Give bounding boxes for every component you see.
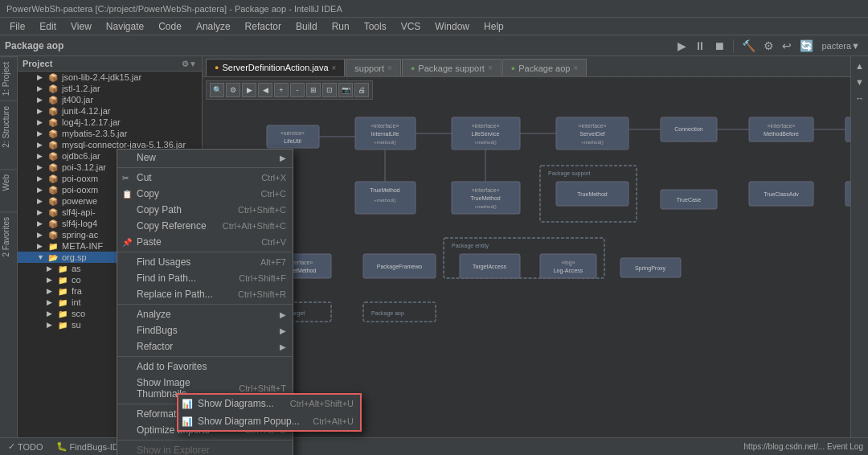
jar-icon: 📦: [47, 208, 59, 217]
menu-vcs[interactable]: VCS: [395, 19, 428, 34]
ctx-replace-in-path[interactable]: Replace in Path... Ctrl+Shift+R: [117, 286, 293, 302]
ctx-arrow-new: ▶: [280, 154, 286, 162]
tab-close-3[interactable]: ×: [573, 64, 578, 72]
svg-text:MethodBefore: MethodBefore: [764, 131, 799, 137]
ctx-sep-1: [117, 167, 293, 168]
tree-item-junit[interactable]: ▶ 📦 junit-4.12.jar: [18, 105, 202, 117]
menu-code[interactable]: Code: [152, 19, 188, 34]
submenu-show-diagram-popup[interactable]: 📊 Show Diagram Popup... Ctrl+Alt+U: [178, 412, 360, 430]
svg-text:SpringProxy: SpringProxy: [635, 265, 666, 272]
tab-support[interactable]: support ×: [346, 59, 401, 76]
folder-icon: 📁: [56, 309, 69, 318]
tab-package-support[interactable]: ● Package support ×: [402, 59, 502, 76]
tab-package-aop[interactable]: ● Package aop ×: [502, 59, 588, 76]
tree-item-log4j[interactable]: ▶ 📦 log4j-1.2.17.jar: [18, 117, 202, 128]
ctx-add-favorites[interactable]: Add to Favorites: [117, 359, 293, 375]
jar-icon: 📦: [47, 129, 59, 138]
menu-tools[interactable]: Tools: [358, 19, 393, 34]
ctx-findbugs[interactable]: FindBugs ▶: [117, 322, 293, 338]
tree-item-mybatis[interactable]: ▶ 📦 mybatis-2.3.5.jar: [18, 128, 202, 139]
bug-icon: 🐛: [56, 441, 68, 452]
side-tabs: 1: Project 2: Structure Web 2 Favorites: [0, 56, 18, 453]
ctx-find-in-path[interactable]: Find in Path... Ctrl+Shift+F: [117, 270, 293, 286]
side-tab-web[interactable]: Web: [0, 169, 17, 195]
svg-text:+method(): +method(): [474, 140, 497, 145]
ctx-new[interactable]: New ▶: [117, 150, 293, 166]
svg-rect-19: [749, 117, 813, 141]
svg-text:«interface»: «interface»: [371, 123, 399, 129]
tab-close-2[interactable]: ×: [488, 64, 493, 72]
menu-analyze[interactable]: Analyze: [190, 19, 237, 34]
toolbar-btn-5[interactable]: ⚙: [760, 38, 777, 54]
toolbar-btn-4[interactable]: 🔨: [739, 38, 759, 54]
svg-rect-22: [845, 117, 850, 141]
svg-text:LifeService: LifeService: [472, 131, 500, 137]
tree-item-json-lib[interactable]: ▶ 📦 json-lib-2.4-jdk15.jar: [18, 72, 202, 83]
right-btn-3[interactable]: ↔: [852, 92, 867, 105]
svg-text:TrueClassAdv: TrueClassAdv: [764, 191, 799, 197]
side-tab-structure[interactable]: 2: Structure: [0, 100, 17, 153]
jar-icon: 📦: [47, 219, 59, 228]
right-btn-1[interactable]: ▲: [852, 59, 867, 72]
cut-icon: ✂: [122, 174, 129, 182]
side-tab-favorites[interactable]: 2 Favorites: [0, 211, 17, 261]
title-bar: PowerWebSh-pactera [C:/project/PowerWebS…: [0, 0, 868, 18]
submenu-show-diagrams[interactable]: 📊 Show Diagrams... Ctrl+Alt+Shift+U: [178, 395, 360, 412]
tree-item-jt400[interactable]: ▶ 📦 jt400.jar: [18, 94, 202, 105]
svg-rect-39: [845, 182, 850, 206]
svg-text:+method(): +method(): [374, 198, 396, 203]
editor-tabs: ● ServerDefinitionAction.java × support …: [203, 56, 850, 77]
folder-icon: 📁: [56, 287, 69, 296]
ctx-cut[interactable]: ✂ Cut Ctrl+X: [117, 170, 293, 186]
project-panel-gear[interactable]: ⚙▼: [182, 59, 197, 68]
menu-file[interactable]: File: [3, 19, 31, 34]
tab-dot-green2: ●: [511, 64, 515, 72]
ctx-copy-ref[interactable]: Copy Reference Ctrl+Alt+Shift+C: [117, 218, 293, 234]
menu-help[interactable]: Help: [477, 19, 510, 34]
svg-text:Log-Access: Log-Access: [554, 268, 583, 274]
toolbar-btn-2[interactable]: ⏸: [691, 38, 709, 54]
jar-icon: 📦: [47, 231, 59, 240]
menu-run[interactable]: Run: [326, 19, 356, 34]
toolbar-btn-6[interactable]: ↩: [779, 38, 795, 54]
menu-build[interactable]: Build: [289, 19, 324, 34]
svg-text:Package aop: Package aop: [371, 310, 404, 317]
svg-text:+method(): +method(): [374, 140, 396, 145]
jar-icon: 📦: [47, 107, 59, 116]
toolbar-btn-1[interactable]: ▶: [674, 38, 690, 54]
menu-refactor[interactable]: Refactor: [239, 19, 288, 34]
folder-icon: 📁: [56, 321, 69, 330]
ctx-sep-2: [117, 252, 293, 252]
toolbar-btn-7[interactable]: 🔄: [796, 38, 817, 54]
ctx-paste[interactable]: 📌 Paste Ctrl+V: [117, 234, 293, 250]
menu-edit[interactable]: Edit: [33, 19, 63, 34]
ctx-find-usages[interactable]: Find Usages Alt+F7: [117, 254, 293, 270]
ctx-refactor[interactable]: Refactor ▶: [117, 338, 293, 355]
ctx-copy[interactable]: 📋 Copy Ctrl+C: [117, 186, 293, 202]
ctx-analyze[interactable]: Analyze ▶: [117, 306, 293, 322]
jar-icon: 📦: [47, 141, 59, 150]
menu-navigate[interactable]: Navigate: [100, 19, 150, 34]
svg-text:Package entity: Package entity: [452, 243, 489, 249]
ctx-copy-path[interactable]: Copy Path Ctrl+Shift+C: [117, 202, 293, 218]
tab-close-1[interactable]: ×: [387, 64, 392, 72]
jar-icon: 📦: [47, 152, 59, 161]
pactera-label: pactera▼: [821, 41, 860, 51]
tab-close-0[interactable]: ×: [332, 64, 337, 72]
svg-text:+method(): +method(): [581, 140, 604, 145]
ctx-sep-6: [117, 440, 293, 441]
svg-text:«log»: «log»: [561, 260, 575, 266]
tab-server-definition[interactable]: ● ServerDefinitionAction.java ×: [206, 59, 345, 76]
menu-view[interactable]: View: [64, 19, 98, 34]
right-btn-2[interactable]: ▼: [852, 76, 867, 88]
tree-item-jstl[interactable]: ▶ 📦 jstl-1.2.jar: [18, 83, 202, 94]
bottom-todo[interactable]: ✓ TODO: [5, 441, 47, 453]
svg-text:ServerDef: ServerDef: [579, 131, 605, 137]
tab-dot-orange: ●: [215, 64, 219, 72]
side-tab-project[interactable]: 1: Project: [0, 56, 17, 100]
svg-text:+method(): +method(): [474, 204, 497, 209]
toolbar-btn-3[interactable]: ⏹: [710, 38, 728, 54]
svg-rect-2: [267, 125, 319, 148]
svg-text:TrueMethod: TrueMethod: [577, 191, 608, 197]
menu-window[interactable]: Window: [428, 19, 476, 34]
